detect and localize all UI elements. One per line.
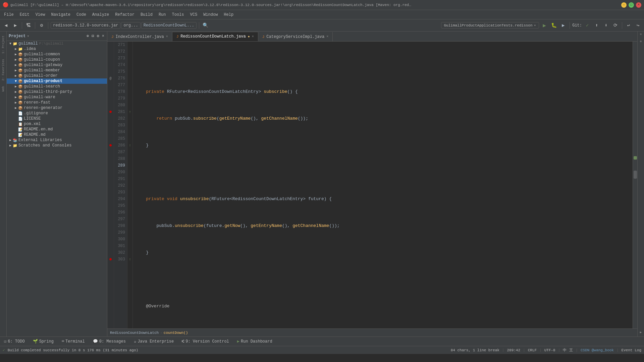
breadcrumb-redisson-jar[interactable]: redisson-3.12.0-sources.jar <box>51 22 120 29</box>
tree-renren-fast[interactable]: ▶ 📦 renren-fast <box>7 100 107 105</box>
project-label[interactable]: Project <box>9 34 25 39</box>
coverage-button[interactable]: ▶ <box>559 21 567 29</box>
web-side-label[interactable]: Web <box>1 83 6 94</box>
run-config-dropdown[interactable]: GulimallProductApplicationTests.redisson… <box>441 22 539 28</box>
forward-button[interactable]: ▶ <box>11 21 19 29</box>
menu-navigate[interactable]: Navigate <box>48 11 73 18</box>
tree-readme-en[interactable]: 📝 README.en.md <box>7 127 107 132</box>
tab-version-control[interactable]: ⑆ 9: Version Control <box>180 339 231 345</box>
project-structure-button[interactable]: 🏗 <box>24 21 33 29</box>
tree-license[interactable]: 📄 LICENSE <box>7 116 107 121</box>
tree-common[interactable]: ▶ 📦 gulimall-common <box>7 52 107 57</box>
tab-category-service[interactable]: J CategoryServiceImpl.java × <box>258 32 333 41</box>
menubar: File Edit View Navigate Code Analyze Ref… <box>0 10 644 19</box>
tree-external-libs[interactable]: ▶ 📚 External Libraries <box>7 137 107 143</box>
build-icon: ✓ <box>3 348 5 352</box>
tree-pom[interactable]: 📋 pom.xml <box>7 121 107 127</box>
back-button[interactable]: ◀ <box>2 21 10 29</box>
tree-gitignore[interactable]: 📄 .gitignore <box>7 111 107 116</box>
redo-button[interactable]: ↪ <box>634 21 642 29</box>
panel-settings-btn[interactable]: ⚙ <box>96 33 100 39</box>
tree-renren-generator[interactable]: ▶ 📦 renren-generator <box>7 105 107 111</box>
tree-search[interactable]: ▶ 📦 gulimall-search <box>7 84 107 89</box>
tree-gateway[interactable]: ▶ 📦 gulimall-gateway <box>7 62 107 68</box>
tree-product[interactable]: ▼ 📦 gulimall-product <box>7 78 107 84</box>
tab-index-controller[interactable]: J IndexController.java × <box>107 32 172 41</box>
scroll-thumb[interactable] <box>634 171 637 179</box>
project-side-label[interactable]: 1: Project <box>1 33 6 56</box>
git-pull-button[interactable]: ⬇ <box>602 21 610 29</box>
code-editor[interactable]: private RFuture<RedissonCountDownLatchEn… <box>133 42 633 328</box>
favorites-side-label[interactable]: 2: Favorites <box>1 56 6 83</box>
tab-close-index[interactable]: × <box>166 35 168 39</box>
run-button[interactable]: ▶ <box>540 21 548 29</box>
tree-root[interactable]: ▼ 📁 gulimall F:\gulimall <box>7 41 107 46</box>
editor-content[interactable]: @ ● ● <box>107 42 637 328</box>
tab-terminal[interactable]: ⌨ Terminal <box>60 338 87 345</box>
right-btn-2[interactable]: ⊕ <box>639 40 643 44</box>
tab-messages[interactable]: 💬 0: Messages <box>91 338 128 345</box>
tree-member[interactable]: ▶ 📦 gulimall-member <box>7 68 107 73</box>
titlebar: 🔴 gulimall [F:\gulimall] – H:\Devsoft\ap… <box>0 0 644 10</box>
tab-java-icon-3: J <box>262 35 265 39</box>
breadcrumb-org[interactable]: org... <box>121 22 140 29</box>
tab-run-dashboard[interactable]: ▶ Run Dashboard <box>235 338 274 345</box>
event-log[interactable]: Event Log <box>622 348 641 352</box>
undo-button[interactable]: ↩ <box>625 21 633 29</box>
tree-idea[interactable]: ▶ 📁 .idea <box>7 46 107 52</box>
tree-scratches[interactable]: ▶ 📁 Scratches and Consoles <box>7 143 107 148</box>
statusbar: ✓ Build completed successfully in 8 s 17… <box>0 346 644 354</box>
tab-redisson-countdown[interactable]: J RedissonCountDownLatch.java ● × <box>172 32 258 41</box>
panel-collapse-btn[interactable]: ⊟ <box>91 33 95 39</box>
menu-run[interactable]: Run <box>156 11 169 18</box>
menu-view[interactable]: View <box>33 11 48 18</box>
line-ending[interactable]: CRLF <box>528 348 537 352</box>
git-commit-button[interactable]: ✓ <box>583 21 591 29</box>
tab-close-redisson[interactable]: × <box>252 35 254 39</box>
debug-button[interactable]: 🐛 <box>550 21 558 29</box>
git-push-button[interactable]: ⬆ <box>593 21 601 29</box>
menu-window[interactable]: Window <box>201 11 220 18</box>
breadcrumb-method[interactable]: countDown() <box>164 331 188 335</box>
panel-close-btn[interactable]: × <box>101 33 105 39</box>
menu-code[interactable]: Code <box>74 11 89 18</box>
code-line-277: pubSub.unsubscribe(future.getNow(), getE… <box>136 223 633 229</box>
panel-sync-btn[interactable]: ⊕ <box>86 33 90 39</box>
git-history-button[interactable]: ⟳ <box>611 21 620 29</box>
tab-close-category[interactable]: × <box>326 35 328 39</box>
tree-third-party[interactable]: ▶ 📦 gulimall-third-party <box>7 89 107 95</box>
menu-refactor[interactable]: Refactor <box>112 11 137 18</box>
menu-tools[interactable]: Tools <box>169 11 187 18</box>
maximize-button[interactable]: □ <box>629 2 634 8</box>
breadcrumb-redissoncountdown[interactable]: RedissonCountDownL... <box>141 22 197 29</box>
csdn-link[interactable]: CSDN @wang_book <box>581 348 614 352</box>
tab-java-enterprise[interactable]: ☕ Java Enterprise <box>132 338 176 345</box>
tree-readme[interactable]: 📝 README.md <box>7 132 107 137</box>
tab-spring[interactable]: 🌱 Spring <box>31 338 56 345</box>
scroll-arrow-down[interactable]: ▶ <box>639 330 643 335</box>
menu-analyze[interactable]: Analyze <box>90 11 112 18</box>
right-gutter[interactable] <box>633 42 637 328</box>
search-everywhere-button[interactable]: 🔍 <box>202 21 210 29</box>
vc-icon: ⑆ <box>182 339 184 344</box>
tree-coupon[interactable]: ▶ 📦 gulimall-coupon <box>7 57 107 62</box>
close-button[interactable]: × <box>636 2 641 8</box>
chars-count: 84 chars, 1 line break <box>451 348 499 352</box>
code-line-275 <box>136 169 633 176</box>
menu-edit[interactable]: Edit <box>17 11 32 18</box>
menu-vcs[interactable]: VCS <box>187 11 200 18</box>
encoding[interactable]: UTF-8 <box>544 348 555 352</box>
tab-java-icon: J <box>111 35 114 39</box>
menu-file[interactable]: File <box>1 11 16 18</box>
menu-help[interactable]: Help <box>221 11 236 18</box>
tree-ware[interactable]: ▶ 📦 gulimall-ware <box>7 95 107 100</box>
cursor-position[interactable]: 289:42 <box>507 348 520 352</box>
minimize-button[interactable]: – <box>621 2 627 8</box>
right-toolbar: ≡ ⊕ ▶ <box>637 32 644 337</box>
breadcrumb-class[interactable]: RedissonCountDownLatch <box>110 331 159 335</box>
tab-todo[interactable]: ☑ 6: TODO <box>2 338 27 345</box>
settings-button[interactable]: ⚙ <box>38 21 46 29</box>
right-btn-1[interactable]: ≡ <box>639 33 643 38</box>
tree-order[interactable]: ▶ 📦 gulimall-order <box>7 73 107 78</box>
menu-build[interactable]: Build <box>138 11 155 18</box>
